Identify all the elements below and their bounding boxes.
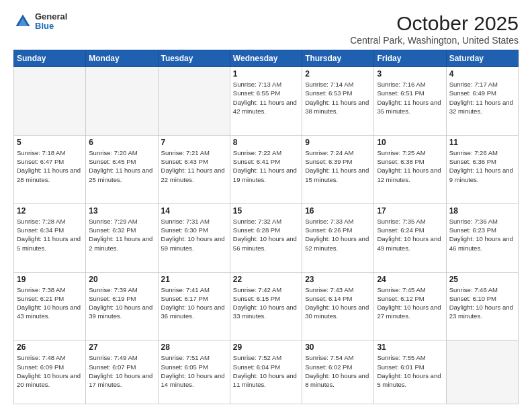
calendar-header-row: SundayMondayTuesdayWednesdayThursdayFrid… xyxy=(14,50,519,67)
calendar-cell: 23Sunrise: 7:43 AM Sunset: 6:14 PM Dayli… xyxy=(302,272,374,340)
day-number: 8 xyxy=(233,138,299,147)
calendar-cell: 24Sunrise: 7:45 AM Sunset: 6:12 PM Dayli… xyxy=(374,272,446,340)
day-number: 22 xyxy=(233,275,299,284)
day-number: 1 xyxy=(233,69,299,79)
calendar-cell: 10Sunrise: 7:25 AM Sunset: 6:38 PM Dayli… xyxy=(374,135,446,203)
day-number: 16 xyxy=(305,206,371,216)
day-info: Sunrise: 7:46 AM Sunset: 6:10 PM Dayligh… xyxy=(449,285,515,321)
day-info: Sunrise: 7:55 AM Sunset: 6:01 PM Dayligh… xyxy=(377,353,443,389)
logo-general-text: General xyxy=(35,12,67,21)
calendar-cell: 3Sunrise: 7:16 AM Sunset: 6:51 PM Daylig… xyxy=(374,67,446,136)
day-info: Sunrise: 7:24 AM Sunset: 6:39 PM Dayligh… xyxy=(305,148,371,184)
calendar-cell: 13Sunrise: 7:29 AM Sunset: 6:32 PM Dayli… xyxy=(86,203,158,272)
day-info: Sunrise: 7:39 AM Sunset: 6:19 PM Dayligh… xyxy=(89,285,154,321)
calendar-cell: 25Sunrise: 7:46 AM Sunset: 6:10 PM Dayli… xyxy=(446,272,518,340)
calendar-cell: 28Sunrise: 7:51 AM Sunset: 6:05 PM Dayli… xyxy=(158,340,230,404)
day-info: Sunrise: 7:31 AM Sunset: 6:30 PM Dayligh… xyxy=(161,217,227,253)
day-info: Sunrise: 7:35 AM Sunset: 6:24 PM Dayligh… xyxy=(377,217,443,253)
calendar-cell: 17Sunrise: 7:35 AM Sunset: 6:24 PM Dayli… xyxy=(374,203,446,272)
calendar-cell: 6Sunrise: 7:20 AM Sunset: 6:45 PM Daylig… xyxy=(86,135,158,203)
logo-icon xyxy=(13,12,32,31)
calendar-cell xyxy=(14,67,86,136)
day-number: 4 xyxy=(449,69,515,79)
day-number: 12 xyxy=(17,206,83,216)
calendar-cell: 9Sunrise: 7:24 AM Sunset: 6:39 PM Daylig… xyxy=(302,135,374,203)
day-info: Sunrise: 7:38 AM Sunset: 6:21 PM Dayligh… xyxy=(17,285,83,321)
calendar-cell: 1Sunrise: 7:13 AM Sunset: 6:55 PM Daylig… xyxy=(230,67,302,136)
calendar-week-4: 26Sunrise: 7:48 AM Sunset: 6:09 PM Dayli… xyxy=(14,340,519,404)
calendar-cell: 22Sunrise: 7:42 AM Sunset: 6:15 PM Dayli… xyxy=(230,272,302,340)
calendar-week-3: 19Sunrise: 7:38 AM Sunset: 6:21 PM Dayli… xyxy=(14,272,519,340)
day-number: 3 xyxy=(377,69,443,79)
day-number: 21 xyxy=(161,275,227,284)
day-number: 10 xyxy=(377,138,443,147)
calendar-cell xyxy=(86,67,158,136)
day-info: Sunrise: 7:28 AM Sunset: 6:34 PM Dayligh… xyxy=(17,217,83,253)
day-info: Sunrise: 7:26 AM Sunset: 6:36 PM Dayligh… xyxy=(449,148,515,184)
calendar-cell xyxy=(446,340,518,404)
day-number: 7 xyxy=(161,138,227,147)
calendar-cell: 11Sunrise: 7:26 AM Sunset: 6:36 PM Dayli… xyxy=(446,135,518,203)
calendar-cell: 7Sunrise: 7:21 AM Sunset: 6:43 PM Daylig… xyxy=(158,135,230,203)
calendar-header-tuesday: Tuesday xyxy=(158,50,230,67)
day-number: 26 xyxy=(17,342,83,352)
day-info: Sunrise: 7:21 AM Sunset: 6:43 PM Dayligh… xyxy=(161,148,227,184)
day-number: 2 xyxy=(305,69,371,79)
day-number: 28 xyxy=(161,342,227,352)
day-number: 20 xyxy=(89,275,154,284)
day-number: 24 xyxy=(377,275,443,284)
day-number: 30 xyxy=(305,342,371,352)
day-number: 29 xyxy=(233,342,299,352)
calendar-cell: 5Sunrise: 7:18 AM Sunset: 6:47 PM Daylig… xyxy=(14,135,86,203)
day-info: Sunrise: 7:42 AM Sunset: 6:15 PM Dayligh… xyxy=(233,285,299,321)
calendar-cell: 31Sunrise: 7:55 AM Sunset: 6:01 PM Dayli… xyxy=(374,340,446,404)
day-info: Sunrise: 7:33 AM Sunset: 6:26 PM Dayligh… xyxy=(305,217,371,253)
calendar-cell: 20Sunrise: 7:39 AM Sunset: 6:19 PM Dayli… xyxy=(86,272,158,340)
day-info: Sunrise: 7:52 AM Sunset: 6:04 PM Dayligh… xyxy=(233,353,299,389)
day-info: Sunrise: 7:43 AM Sunset: 6:14 PM Dayligh… xyxy=(305,285,371,321)
logo-blue-text: Blue xyxy=(35,21,67,31)
calendar-cell: 19Sunrise: 7:38 AM Sunset: 6:21 PM Dayli… xyxy=(14,272,86,340)
day-number: 17 xyxy=(377,206,443,216)
calendar-week-0: 1Sunrise: 7:13 AM Sunset: 6:55 PM Daylig… xyxy=(14,67,519,136)
day-info: Sunrise: 7:49 AM Sunset: 6:07 PM Dayligh… xyxy=(89,353,154,389)
day-number: 11 xyxy=(449,138,515,147)
calendar-cell: 16Sunrise: 7:33 AM Sunset: 6:26 PM Dayli… xyxy=(302,203,374,272)
calendar-week-2: 12Sunrise: 7:28 AM Sunset: 6:34 PM Dayli… xyxy=(14,203,519,272)
day-info: Sunrise: 7:20 AM Sunset: 6:45 PM Dayligh… xyxy=(89,148,154,184)
day-info: Sunrise: 7:29 AM Sunset: 6:32 PM Dayligh… xyxy=(89,217,154,253)
calendar-cell: 26Sunrise: 7:48 AM Sunset: 6:09 PM Dayli… xyxy=(14,340,86,404)
logo-text: General Blue xyxy=(35,12,67,32)
day-number: 15 xyxy=(233,206,299,216)
day-number: 9 xyxy=(305,138,371,147)
day-number: 13 xyxy=(89,206,154,216)
day-number: 5 xyxy=(17,138,83,147)
calendar-cell xyxy=(158,67,230,136)
header: General Blue October 2025 Central Park, … xyxy=(13,12,519,46)
calendar-header-thursday: Thursday xyxy=(302,50,374,67)
calendar-cell: 29Sunrise: 7:52 AM Sunset: 6:04 PM Dayli… xyxy=(230,340,302,404)
day-number: 31 xyxy=(377,342,443,352)
calendar-header-monday: Monday xyxy=(86,50,158,67)
page: General Blue October 2025 Central Park, … xyxy=(0,0,532,411)
calendar-cell: 14Sunrise: 7:31 AM Sunset: 6:30 PM Dayli… xyxy=(158,203,230,272)
day-number: 23 xyxy=(305,275,371,284)
month-title: October 2025 xyxy=(350,12,519,35)
calendar-cell: 21Sunrise: 7:41 AM Sunset: 6:17 PM Dayli… xyxy=(158,272,230,340)
calendar-cell: 8Sunrise: 7:22 AM Sunset: 6:41 PM Daylig… xyxy=(230,135,302,203)
calendar: SundayMondayTuesdayWednesdayThursdayFrid… xyxy=(13,50,519,404)
location: Central Park, Washington, United States xyxy=(350,35,519,46)
day-info: Sunrise: 7:25 AM Sunset: 6:38 PM Dayligh… xyxy=(377,148,443,184)
calendar-cell: 18Sunrise: 7:36 AM Sunset: 6:23 PM Dayli… xyxy=(446,203,518,272)
calendar-header-saturday: Saturday xyxy=(446,50,518,67)
day-info: Sunrise: 7:16 AM Sunset: 6:51 PM Dayligh… xyxy=(377,80,443,116)
day-number: 18 xyxy=(449,206,515,216)
day-info: Sunrise: 7:17 AM Sunset: 6:49 PM Dayligh… xyxy=(449,80,515,116)
day-info: Sunrise: 7:32 AM Sunset: 6:28 PM Dayligh… xyxy=(233,217,299,253)
day-number: 27 xyxy=(89,342,154,352)
calendar-cell: 15Sunrise: 7:32 AM Sunset: 6:28 PM Dayli… xyxy=(230,203,302,272)
calendar-cell: 27Sunrise: 7:49 AM Sunset: 6:07 PM Dayli… xyxy=(86,340,158,404)
calendar-cell: 30Sunrise: 7:54 AM Sunset: 6:02 PM Dayli… xyxy=(302,340,374,404)
day-number: 14 xyxy=(161,206,227,216)
day-info: Sunrise: 7:18 AM Sunset: 6:47 PM Dayligh… xyxy=(17,148,83,184)
